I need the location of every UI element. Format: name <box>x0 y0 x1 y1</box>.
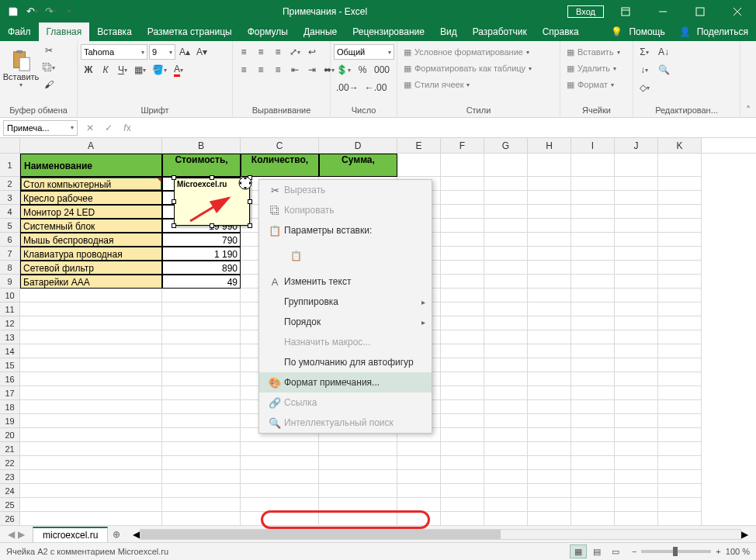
format-painter-icon[interactable]: 🖌 <box>40 77 57 92</box>
autosum-icon[interactable]: Σ▾ <box>636 44 652 60</box>
sheet-nav-prev-icon[interactable]: ◀ <box>8 529 15 540</box>
font-size-combo[interactable]: 9▾ <box>149 44 175 60</box>
borders-icon[interactable]: ▦▾ <box>132 62 148 78</box>
save-icon[interactable] <box>5 3 22 20</box>
normal-view-icon[interactable]: ▦ <box>570 544 587 558</box>
minimize-icon[interactable] <box>647 0 678 22</box>
currency-icon[interactable]: 💲▾ <box>334 62 353 78</box>
share-icon[interactable]: 👤 <box>679 26 691 37</box>
col-header[interactable]: C <box>241 138 319 153</box>
formula-input[interactable] <box>137 120 756 136</box>
orientation-icon[interactable]: ⤢▾ <box>287 44 303 60</box>
align-center-icon[interactable]: ≡ <box>253 62 269 78</box>
paste-button[interactable]: Вставить▾ <box>3 43 39 94</box>
ctx-cut[interactable]: ✂Вырезать <box>259 180 432 200</box>
decrease-indent-icon[interactable]: ⇤ <box>287 62 303 78</box>
name-box[interactable]: Примеча...▾ <box>3 120 78 136</box>
cut-icon[interactable]: ✂ <box>40 43 57 58</box>
page-layout-view-icon[interactable]: ▤ <box>588 544 605 558</box>
ctx-format-comment[interactable]: 🎨Формат примечания... <box>259 372 432 392</box>
sheet-nav-next-icon[interactable]: ▶ <box>18 529 25 540</box>
ctx-link[interactable]: 🔗Ссылка <box>259 392 432 413</box>
font-color-icon[interactable]: A▾ <box>171 62 186 78</box>
col-header[interactable]: H <box>528 138 571 153</box>
page-break-view-icon[interactable]: ▭ <box>607 544 624 558</box>
cancel-icon[interactable]: ✕ <box>81 120 99 136</box>
col-header[interactable]: E <box>397 138 441 153</box>
cell-styles-button[interactable]: ▦ Стили ячеек ▾ <box>401 77 473 92</box>
tell-me-icon[interactable]: 💡 <box>611 26 622 37</box>
format-cells-button[interactable]: ▦ Формат ▾ <box>564 77 617 92</box>
tab-review[interactable]: Рецензирование <box>345 22 432 41</box>
format-as-table-button[interactable]: ▦ Форматировать как таблицу ▾ <box>401 60 535 76</box>
zoom-slider[interactable] <box>641 550 711 553</box>
qat-customize-icon[interactable]: ▾ <box>61 3 78 20</box>
delete-cells-button[interactable]: ▦ Удалить ▾ <box>564 60 619 76</box>
maximize-icon[interactable] <box>685 0 716 22</box>
tab-developer[interactable]: Разработчик <box>465 22 535 41</box>
share-button[interactable]: Поделиться <box>697 26 748 37</box>
font-name-combo[interactable]: Tahoma▾ <box>81 44 147 60</box>
tab-page-layout[interactable]: Разметка страницы <box>140 22 240 41</box>
fill-icon[interactable]: ↓▾ <box>636 62 652 78</box>
zoom-out-icon[interactable]: − <box>632 547 636 556</box>
insert-cells-button[interactable]: ▦ Вставить ▾ <box>564 44 623 60</box>
ctx-default-shape[interactable]: По умолчанию для автофигур <box>259 352 432 372</box>
col-header[interactable]: B <box>162 138 241 153</box>
tab-insert[interactable]: Вставка <box>89 22 140 41</box>
align-middle-icon[interactable]: ≡ <box>253 44 269 60</box>
bold-button[interactable]: Ж <box>81 62 96 78</box>
align-bottom-icon[interactable]: ≡ <box>270 44 286 60</box>
find-select-icon[interactable]: 🔍 <box>654 62 674 78</box>
col-header[interactable]: J <box>615 138 658 153</box>
col-header[interactable]: F <box>441 138 484 153</box>
comma-icon[interactable]: 000 <box>372 62 392 78</box>
ribbon-display-options-icon[interactable] <box>610 0 641 22</box>
ctx-order[interactable]: Порядок <box>259 312 432 332</box>
fx-icon[interactable]: fx <box>118 120 137 136</box>
tab-home[interactable]: Главная <box>39 22 90 41</box>
ctx-edit-text[interactable]: AИзменить текст <box>259 271 432 292</box>
collapse-ribbon-icon[interactable]: ˄ <box>740 41 756 118</box>
undo-icon[interactable]: ↶▾ <box>23 3 40 20</box>
increase-font-icon[interactable]: A▴ <box>177 44 192 60</box>
select-all-button[interactable] <box>0 138 20 153</box>
align-right-icon[interactable]: ≡ <box>270 62 286 78</box>
tab-data[interactable]: Данные <box>296 22 345 41</box>
ctx-copy[interactable]: ⿻Копировать <box>259 200 432 220</box>
increase-indent-icon[interactable]: ⇥ <box>304 62 320 78</box>
col-header[interactable]: D <box>319 138 397 153</box>
conditional-formatting-button[interactable]: ▦ Условное форматирование ▾ <box>401 44 532 60</box>
redo-icon[interactable]: ↷▾ <box>42 3 59 20</box>
zoom-in-icon[interactable]: + <box>716 547 720 556</box>
tab-formulas[interactable]: Формулы <box>240 22 296 41</box>
login-button[interactable]: Вход <box>567 5 604 18</box>
ctx-group[interactable]: Группировка <box>259 292 432 312</box>
clear-icon[interactable]: ◇▾ <box>636 80 652 95</box>
align-left-icon[interactable]: ≡ <box>236 62 251 78</box>
ctx-assign-macro[interactable]: Назначить макрос... <box>259 332 432 352</box>
ctx-smart-lookup[interactable]: 🔍Интеллектуальный поиск <box>259 413 432 433</box>
fill-color-icon[interactable]: 🪣▾ <box>150 62 169 78</box>
tab-file[interactable]: Файл <box>0 22 39 41</box>
underline-button[interactable]: Ч▾ <box>115 62 130 78</box>
italic-button[interactable]: К <box>98 62 113 78</box>
number-format-combo[interactable]: Общий▾ <box>334 44 394 60</box>
decrease-decimal-icon[interactable]: ←.00 <box>362 80 390 95</box>
comment-box[interactable]: Microexcel.ru <box>174 178 250 226</box>
copy-icon[interactable]: ⿻▾ <box>40 60 57 75</box>
paste-default-icon[interactable]: 📋 <box>284 244 307 268</box>
col-header[interactable]: A <box>20 138 162 153</box>
sort-filter-icon[interactable]: A↓ <box>654 44 674 60</box>
horizontal-scrollbar[interactable]: ◀▶ <box>133 529 748 540</box>
increase-decimal-icon[interactable]: .00→ <box>334 80 361 95</box>
tell-me-label[interactable]: Помощь <box>629 26 664 37</box>
decrease-font-icon[interactable]: A▾ <box>194 44 210 60</box>
col-header[interactable]: G <box>484 138 528 153</box>
percent-icon[interactable]: % <box>355 62 370 78</box>
sheet-tab[interactable]: microexcel.ru <box>33 527 108 542</box>
add-sheet-icon[interactable]: ⊕ <box>108 529 125 540</box>
col-header[interactable]: I <box>571 138 615 153</box>
zoom-level[interactable]: 100 % <box>726 547 750 556</box>
col-header[interactable]: K <box>658 138 702 153</box>
